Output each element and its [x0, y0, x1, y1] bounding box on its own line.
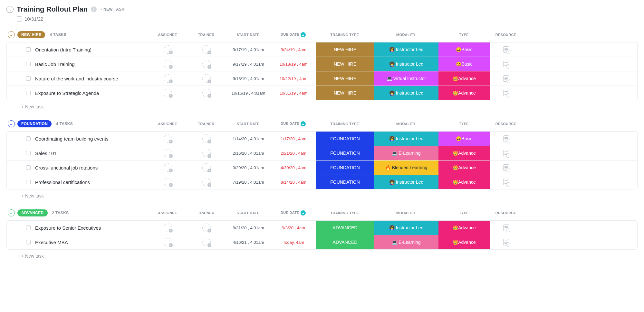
trainer-cell[interactable] — [187, 42, 226, 57]
assignee-cell[interactable] — [149, 146, 187, 160]
modality-tag-cell[interactable]: 👩‍🏫 Instructor Led — [374, 132, 438, 146]
due-date-cell[interactable]: 10/22/19 , 4am — [271, 71, 316, 86]
task-row[interactable]: Exposure to Strategic Agenda10/16/19 , 4… — [7, 86, 637, 100]
task-checkbox[interactable] — [26, 91, 31, 95]
task-row[interactable]: Professional certifications7/19/20 , 4:0… — [7, 175, 637, 189]
add-assignee-icon[interactable] — [202, 60, 211, 68]
type-tag-cell[interactable]: 😀Basic — [438, 42, 490, 57]
column-header-start-date[interactable]: START DATE — [226, 209, 271, 217]
modality-tag[interactable]: 💻 E-Learning — [374, 235, 438, 249]
training-type-tag-cell[interactable]: ADVANCED — [316, 235, 374, 249]
column-header-start-date[interactable]: START DATE — [226, 120, 271, 128]
training-type-tag[interactable]: FOUNDATION — [316, 161, 374, 175]
column-header-trainer[interactable]: TRAINER — [187, 209, 226, 217]
type-tag[interactable]: 👑Advance — [438, 161, 490, 175]
modality-tag[interactable]: 👩‍🏫 Instructor Led — [374, 42, 438, 57]
task-checkbox[interactable] — [26, 76, 31, 81]
modality-tag[interactable]: 👩‍🏫 Instructor Led — [374, 86, 438, 100]
assignee-cell[interactable] — [149, 175, 187, 189]
assignee-cell[interactable] — [149, 86, 187, 100]
resource-cell[interactable] — [490, 57, 522, 71]
due-date-cell[interactable]: 9/24/19 , 4am — [271, 42, 316, 57]
add-assignee-icon[interactable] — [164, 149, 172, 157]
task-row[interactable]: Sales 1012/16/20 , 4:01am2/21/20 , 4amFO… — [7, 146, 637, 160]
column-header-type[interactable]: TYPE — [438, 209, 490, 217]
type-tag-cell[interactable]: 👑Advance — [438, 175, 490, 189]
trainer-cell[interactable] — [187, 221, 226, 235]
resource-cell[interactable] — [490, 175, 522, 189]
modality-tag-cell[interactable]: 💻 E-Learning — [374, 146, 438, 160]
resource-cell[interactable] — [490, 132, 522, 146]
due-date-cell[interactable]: Today, 4am — [271, 235, 316, 249]
training-type-tag-cell[interactable]: NEW HIRE — [316, 86, 374, 100]
modality-tag[interactable]: 👩‍🏫 Instructor Led — [374, 57, 438, 71]
type-tag-cell[interactable]: 👑Advance — [438, 71, 490, 86]
group-badge[interactable]: NEW HIRE — [17, 31, 45, 38]
training-type-tag-cell[interactable]: FOUNDATION — [316, 175, 374, 189]
add-assignee-icon[interactable] — [164, 74, 172, 83]
sort-ascending-icon[interactable]: ▲ — [301, 32, 306, 37]
resource-cell[interactable] — [490, 42, 522, 57]
task-checkbox[interactable] — [26, 62, 31, 66]
modality-tag[interactable]: 👩‍🏫 Instructor Led — [374, 175, 438, 189]
type-tag[interactable]: 👑Advance — [438, 221, 490, 235]
add-assignee-icon[interactable] — [202, 178, 211, 186]
training-type-tag[interactable]: NEW HIRE — [316, 42, 374, 57]
training-type-tag-cell[interactable]: FOUNDATION — [316, 146, 374, 160]
add-assignee-icon[interactable] — [164, 238, 172, 246]
task-name-cell[interactable]: Basic Job Training — [7, 57, 149, 71]
add-assignee-icon[interactable] — [164, 60, 172, 68]
type-tag[interactable]: 👑Advance — [438, 235, 490, 249]
task-row[interactable]: Cross-functional job rotations3/29/20 , … — [7, 160, 637, 175]
type-tag[interactable]: 👑Advance — [438, 146, 490, 160]
modality-tag[interactable]: 👩‍🏫 Instructor Led — [374, 221, 438, 235]
modality-tag-cell[interactable]: 👩‍🏫 Instructor Led — [374, 42, 438, 57]
column-header-resource[interactable]: RESOURCE — [490, 120, 522, 128]
group-collapse-toggle[interactable]: ⌄ — [8, 209, 15, 216]
add-resource-icon[interactable] — [503, 61, 509, 67]
add-assignee-icon[interactable] — [202, 238, 211, 246]
add-assignee-icon[interactable] — [164, 178, 172, 186]
column-header-trainer[interactable]: TRAINER — [187, 31, 226, 39]
add-assignee-icon[interactable] — [164, 45, 172, 54]
type-tag[interactable]: 😀Basic — [438, 42, 490, 57]
add-assignee-icon[interactable] — [164, 163, 172, 172]
add-assignee-icon[interactable] — [202, 74, 211, 83]
resource-cell[interactable] — [490, 161, 522, 175]
assignee-cell[interactable] — [149, 221, 187, 235]
modality-tag-cell[interactable]: 👩‍🏫 Instructor Led — [374, 221, 438, 235]
group-collapse-toggle[interactable]: ⌄ — [8, 31, 15, 38]
column-header-resource[interactable]: RESOURCE — [490, 31, 522, 39]
add-assignee-icon[interactable] — [202, 45, 211, 54]
modality-tag[interactable]: 💻 Virtual Instructor — [374, 71, 438, 86]
start-date-cell[interactable]: 9/17/19 , 4:01am — [226, 42, 271, 57]
type-tag-cell[interactable]: 😀Basic — [438, 57, 490, 71]
task-row[interactable]: Basic Job Training9/17/19 , 4:01am10/18/… — [7, 57, 637, 71]
resource-cell[interactable] — [490, 71, 522, 86]
new-task-header-button[interactable]: + NEW TASK — [100, 7, 124, 12]
task-name-cell[interactable]: Executive MBA — [7, 235, 149, 249]
column-header-training-type[interactable]: TRAINING TYPE — [316, 120, 374, 128]
training-type-tag[interactable]: ADVANCED — [316, 221, 374, 235]
training-type-tag-cell[interactable]: FOUNDATION — [316, 132, 374, 146]
due-date-cell[interactable]: 4/30/20 , 4am — [271, 161, 316, 175]
assignee-cell[interactable] — [149, 161, 187, 175]
column-header-trainer[interactable]: TRAINER — [187, 120, 226, 128]
task-row[interactable]: Coordinating team-building events1/14/20… — [7, 132, 637, 146]
column-header-due-date[interactable]: DUE DATE▲ — [271, 30, 316, 39]
group-collapse-toggle[interactable]: ⌄ — [8, 120, 15, 127]
start-date-cell[interactable]: 4/16/21 , 4:01am — [226, 235, 271, 249]
task-row[interactable]: Exposure to Senior Executives8/31/20 , 4… — [7, 221, 637, 235]
add-resource-icon[interactable] — [503, 225, 509, 231]
modality-tag-cell[interactable]: 👩‍🏫 Instructor Led — [374, 175, 438, 189]
start-date-cell[interactable]: 8/31/20 , 4:01am — [226, 221, 271, 235]
trainer-cell[interactable] — [187, 71, 226, 86]
column-header-assignee[interactable]: ASSIGNEE — [148, 31, 187, 39]
training-type-tag[interactable]: FOUNDATION — [316, 146, 374, 160]
column-header-modality[interactable]: MODALITY — [374, 31, 438, 39]
column-header-due-date[interactable]: DUE DATE▲ — [271, 208, 316, 217]
group-badge[interactable]: ADVANCED — [17, 209, 48, 216]
collapse-plan-toggle[interactable]: ⌄ — [6, 6, 14, 13]
type-tag-cell[interactable]: 👑Advance — [438, 235, 490, 249]
add-assignee-icon[interactable] — [202, 149, 211, 157]
